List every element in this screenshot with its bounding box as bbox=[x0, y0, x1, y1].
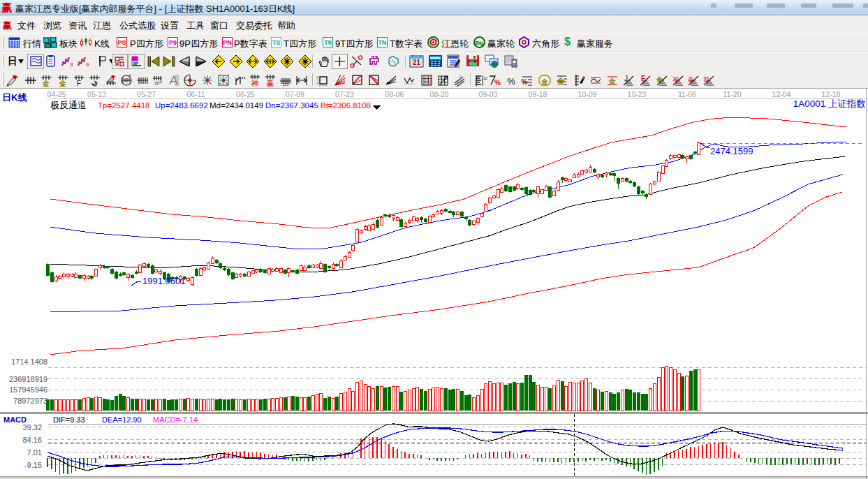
svg-text:PN: PN bbox=[223, 39, 232, 46]
svg-text:%: % bbox=[494, 79, 501, 87]
svg-text:05-27: 05-27 bbox=[137, 90, 156, 98]
svg-text:DIF=9.33: DIF=9.33 bbox=[53, 415, 85, 424]
svg-text:236918919: 236918919 bbox=[9, 375, 47, 383]
svg-text:神: 神 bbox=[672, 76, 679, 83]
svg-text:1A0001 上证指数: 1A0001 上证指数 bbox=[793, 98, 866, 109]
svg-text:08-20: 08-20 bbox=[430, 90, 449, 98]
svg-text:06-25: 06-25 bbox=[236, 90, 255, 98]
svg-text:%: % bbox=[507, 76, 515, 87]
svg-text:极反通道: 极反通道 bbox=[50, 100, 87, 110]
svg-text:Tp=2527.4418: Tp=2527.4418 bbox=[98, 101, 150, 110]
svg-text:78972973: 78972973 bbox=[13, 397, 47, 405]
svg-text:12-18: 12-18 bbox=[822, 90, 841, 98]
svg-text:金: 金 bbox=[656, 76, 663, 83]
svg-text:1991.0601: 1991.0601 bbox=[142, 276, 185, 286]
svg-text:Dn=2367.3045: Dn=2367.3045 bbox=[265, 101, 318, 110]
svg-text:日K线: 日K线 bbox=[2, 92, 27, 103]
svg-text:Up=2483.6692: Up=2483.6692 bbox=[155, 101, 208, 110]
svg-text:10-09: 10-09 bbox=[578, 90, 597, 98]
svg-text:神: 神 bbox=[251, 79, 259, 87]
svg-text:09-03: 09-03 bbox=[479, 90, 498, 98]
svg-text:2: 2 bbox=[159, 79, 162, 84]
svg-text:09-18: 09-18 bbox=[529, 90, 547, 98]
svg-text:金: 金 bbox=[541, 78, 549, 85]
svg-text:123: 123 bbox=[283, 82, 289, 87]
svg-text:12-04: 12-04 bbox=[772, 90, 791, 98]
svg-text:金: 金 bbox=[557, 77, 566, 85]
svg-text:PS: PS bbox=[117, 39, 126, 46]
svg-text:Md=2434.0149: Md=2434.0149 bbox=[209, 101, 263, 110]
svg-text:08-06: 08-06 bbox=[385, 90, 404, 98]
svg-text:四: 四 bbox=[703, 76, 709, 83]
svg-text:06-11: 06-11 bbox=[186, 90, 205, 98]
svg-text:Big: Big bbox=[476, 40, 483, 46]
svg-text:DEA=12.90: DEA=12.90 bbox=[102, 415, 142, 424]
svg-text:10-23: 10-23 bbox=[628, 90, 647, 98]
svg-text:Bt=2306.8108: Bt=2306.8108 bbox=[321, 101, 371, 110]
svg-text:金: 金 bbox=[59, 80, 66, 87]
svg-text:-9.15: -9.15 bbox=[24, 461, 42, 469]
svg-text:2474.1599: 2474.1599 bbox=[710, 146, 753, 156]
svg-text:11-20: 11-20 bbox=[723, 90, 741, 98]
svg-text:P9: P9 bbox=[169, 39, 177, 46]
svg-text:赢: 赢 bbox=[267, 79, 274, 87]
svg-text:T9: T9 bbox=[324, 39, 332, 46]
svg-text:金: 金 bbox=[608, 78, 616, 85]
svg-text:84.16: 84.16 bbox=[22, 436, 42, 444]
svg-text:金: 金 bbox=[42, 80, 50, 87]
svg-text:157945946: 157945946 bbox=[9, 385, 47, 394]
svg-text:05-13: 05-13 bbox=[87, 90, 106, 98]
svg-text:07-23: 07-23 bbox=[335, 90, 354, 98]
svg-text:3: 3 bbox=[70, 61, 73, 67]
svg-text:1714.1408: 1714.1408 bbox=[11, 358, 47, 366]
svg-text:TS: TS bbox=[272, 39, 281, 46]
svg-text:MACD=-7.14: MACD=-7.14 bbox=[153, 415, 198, 424]
svg-text:04-25: 04-25 bbox=[47, 90, 66, 98]
svg-text:赢: 赢 bbox=[688, 76, 694, 83]
svg-text:F: F bbox=[77, 80, 81, 87]
svg-text:7.01: 7.01 bbox=[27, 448, 42, 457]
svg-text:J: J bbox=[624, 75, 628, 82]
svg-text:F: F bbox=[641, 75, 645, 82]
svg-text:39.32: 39.32 bbox=[22, 423, 42, 432]
svg-text:11-06: 11-06 bbox=[678, 90, 696, 98]
svg-text:21: 21 bbox=[413, 59, 421, 66]
svg-text:07-09: 07-09 bbox=[286, 90, 304, 98]
svg-text:TN: TN bbox=[378, 39, 387, 46]
svg-text:9: 9 bbox=[86, 61, 89, 67]
svg-text:n: n bbox=[155, 80, 159, 87]
